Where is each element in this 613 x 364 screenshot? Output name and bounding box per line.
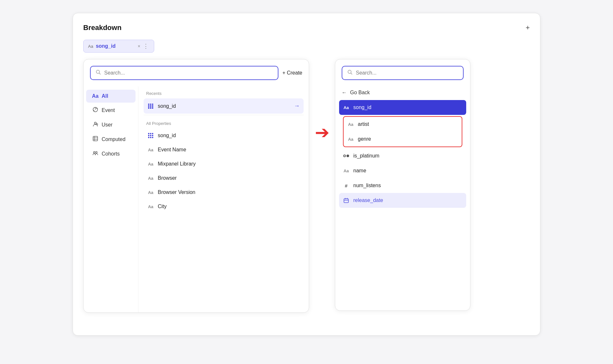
arrow-container: ➔: [309, 59, 335, 141]
prop-event-name-label: Event Name: [158, 147, 186, 153]
prop-aa-icon-4: Aa: [147, 190, 154, 195]
prop-mixpanel-label: Mixpanel Library: [158, 161, 196, 167]
right-prop-song-id[interactable]: Aa song_id: [339, 100, 466, 115]
left-panel: + Create Aa All: [83, 59, 309, 313]
prop-browser[interactable]: Aa Browser: [144, 171, 304, 185]
add-breakdown-button[interactable]: +: [526, 24, 530, 32]
right-prop-artist[interactable]: Aa artist: [344, 117, 462, 132]
prop-aa-icon-3: Aa: [147, 176, 154, 181]
right-search-input[interactable]: [356, 70, 458, 76]
right-panel: ← Go Back Aa song_id Aa artist Aa: [335, 59, 470, 311]
right-aa-icon-4: Aa: [343, 168, 349, 173]
right-prop-artist-label: artist: [358, 121, 369, 127]
svg-point-13: [95, 152, 97, 153]
sidebar-item-user[interactable]: User: [86, 118, 136, 132]
sidebar-item-computed[interactable]: Computed: [86, 132, 136, 146]
properties-list: Recents song_id →: [138, 86, 309, 312]
sidebar-item-computed-label: Computed: [102, 136, 126, 142]
left-search-box[interactable]: [90, 66, 278, 80]
page-title: Breakdown: [83, 24, 122, 32]
left-search-input[interactable]: [104, 70, 273, 76]
right-aa-icon-1: Aa: [347, 122, 354, 127]
right-prop-is-platinum[interactable]: is_platinum: [339, 148, 466, 163]
tag-value: song_id: [96, 43, 135, 49]
right-aa-icon-0: Aa: [343, 105, 349, 110]
all-properties-label: All Properties: [144, 116, 304, 128]
sidebar-item-event[interactable]: Event: [86, 103, 136, 117]
sidebar-item-cohorts[interactable]: Cohorts: [86, 147, 136, 161]
header-row: Breakdown +: [83, 24, 530, 32]
right-search-row: [335, 66, 470, 86]
right-prop-num-listens[interactable]: # num_listens: [339, 178, 466, 193]
prop-city-label: City: [158, 204, 167, 209]
prop-song-id-label: song_id: [158, 133, 176, 138]
prop-mixpanel[interactable]: Aa Mixpanel Library: [144, 157, 304, 171]
right-search-box[interactable]: [342, 66, 464, 80]
right-prop-genre[interactable]: Aa genre: [344, 132, 462, 147]
right-search-icon: [347, 70, 353, 76]
prop-event-name[interactable]: Aa Event Name: [144, 143, 304, 157]
prop-browser-version-label: Browser Version: [158, 189, 196, 195]
prop-song-id[interactable]: song_id: [144, 128, 304, 143]
prop-city[interactable]: Aa City: [144, 199, 304, 214]
svg-line-15: [351, 73, 352, 75]
sidebar-nav: Aa All Event: [84, 86, 138, 312]
prop-grid-icon: [147, 133, 154, 138]
go-back-label: Go Back: [350, 90, 370, 96]
right-prop-genre-label: genre: [358, 136, 371, 142]
right-prop-num-listens-label: num_listens: [353, 183, 381, 188]
svg-point-7: [96, 124, 98, 125]
song-id-tag: Aa song_id × ⋮: [83, 40, 154, 53]
svg-rect-8: [93, 136, 97, 141]
sidebar-item-user-label: User: [102, 122, 113, 128]
divider: [144, 115, 304, 115]
prop-browser-label: Browser: [158, 175, 177, 181]
sidebar-item-all[interactable]: Aa All: [86, 90, 136, 103]
hash-icon: #: [343, 183, 349, 188]
sidebar-item-cohorts-label: Cohorts: [102, 151, 120, 157]
recent-arrow-icon: →: [294, 103, 300, 109]
right-prop-release-date[interactable]: release_date: [339, 193, 466, 208]
right-prop-name[interactable]: Aa name: [339, 163, 466, 178]
calendar-icon: [343, 198, 349, 203]
recent-song-id-label: song_id: [158, 103, 176, 109]
sidebar-item-all-label: All: [102, 93, 108, 99]
back-arrow-icon: ←: [342, 90, 347, 96]
main-container: Breakdown + Aa song_id × ⋮: [73, 13, 540, 336]
prop-aa-icon-1: Aa: [147, 147, 154, 152]
prop-aa-icon-5: Aa: [147, 204, 154, 209]
tag-more-button[interactable]: ⋮: [143, 43, 149, 50]
left-panel-body: Aa All Event: [84, 86, 309, 312]
right-prop-is-platinum-label: is_platinum: [353, 153, 379, 159]
svg-point-12: [93, 152, 95, 153]
direction-arrow-icon: ➔: [315, 124, 329, 141]
svg-rect-16: [344, 199, 348, 203]
sidebar-item-event-label: Event: [102, 107, 115, 113]
cohorts-icon: [92, 150, 98, 157]
recent-song-id[interactable]: song_id →: [144, 98, 304, 114]
prop-aa-icon-2: Aa: [147, 162, 154, 167]
event-icon: [92, 107, 98, 114]
user-icon: [92, 121, 98, 128]
right-prop-list: Aa song_id Aa artist Aa genre: [335, 100, 470, 208]
all-icon: Aa: [92, 93, 98, 99]
right-aa-icon-2: Aa: [347, 137, 354, 142]
recents-label: Recents: [144, 86, 304, 98]
svg-line-1: [99, 73, 101, 75]
svg-point-5: [93, 110, 94, 111]
computed-icon: [92, 136, 98, 143]
prop-browser-version[interactable]: Aa Browser Version: [144, 185, 304, 199]
right-prop-name-label: name: [353, 168, 366, 174]
search-icon: [96, 70, 101, 76]
tag-remove-button[interactable]: ×: [138, 44, 140, 49]
right-prop-song-id-label: song_id: [353, 105, 371, 110]
tag-aa-icon: Aa: [88, 44, 93, 49]
go-back-button[interactable]: ← Go Back: [335, 86, 470, 100]
highlighted-group: Aa artist Aa genre: [343, 116, 462, 147]
svg-point-4: [96, 108, 97, 109]
bool-icon: [343, 155, 349, 157]
create-button[interactable]: + Create: [282, 70, 302, 76]
left-search-row: + Create: [84, 66, 309, 86]
tag-row: Aa song_id × ⋮: [83, 40, 530, 53]
svg-point-6: [94, 122, 96, 124]
